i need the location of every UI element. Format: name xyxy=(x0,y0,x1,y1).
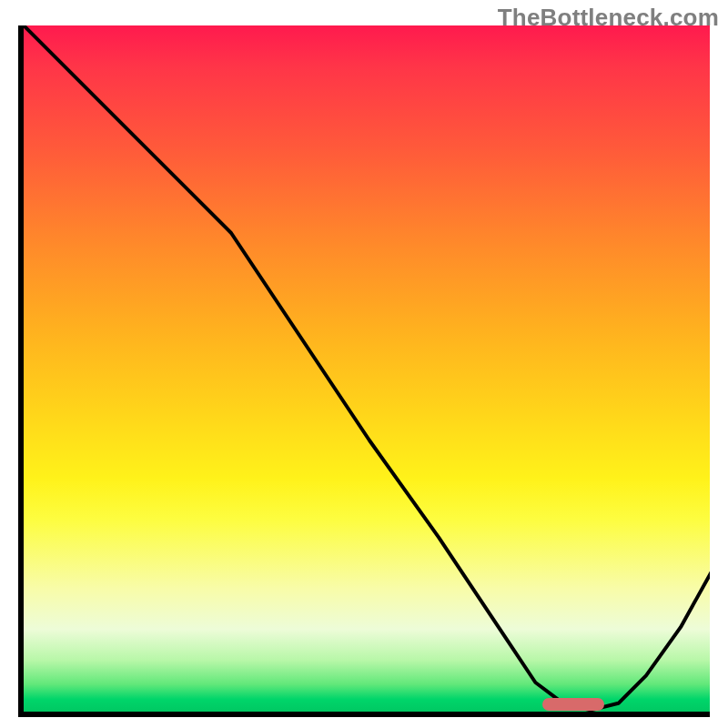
curve-path xyxy=(24,25,710,710)
plot-area xyxy=(18,25,710,717)
chart-stage: TheBottleneck.com xyxy=(0,0,728,728)
bottleneck-marker xyxy=(542,698,604,711)
curve-svg xyxy=(24,25,710,717)
